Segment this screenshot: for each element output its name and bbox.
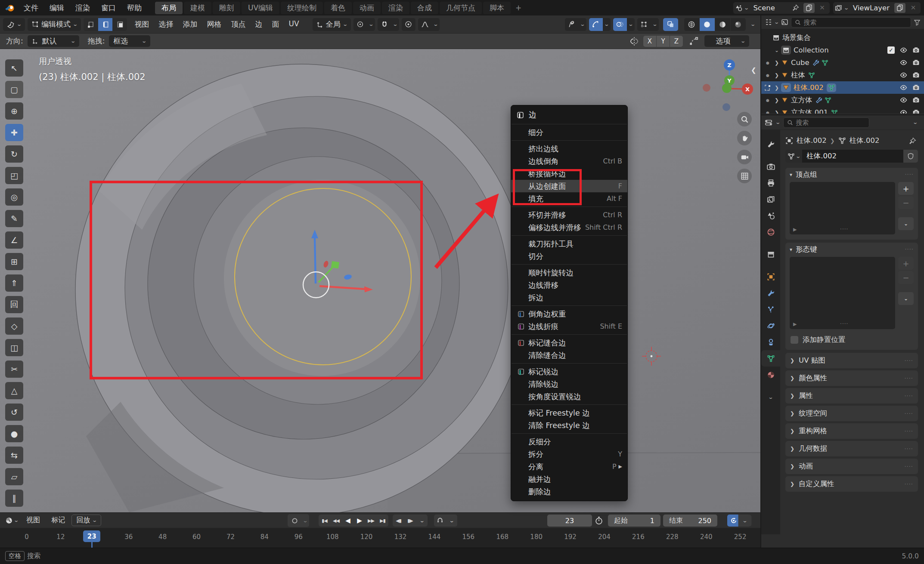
context-menu-item[interactable]: 细分	[511, 126, 627, 139]
mesh-datablock-icon[interactable]: ⌄	[785, 150, 802, 163]
properties-search[interactable]	[783, 117, 869, 128]
scene-icon[interactable]	[735, 4, 742, 12]
properties-tab-tool[interactable]	[761, 136, 780, 152]
viewlayer-name[interactable]: ViewLayer	[850, 4, 892, 12]
mirror-axis-z-button[interactable]: Z	[670, 36, 683, 47]
properties-tab-object[interactable]	[761, 268, 780, 285]
disable-render-icon[interactable]	[912, 96, 920, 104]
properties-tab-physics[interactable]	[761, 317, 780, 334]
context-menu-item[interactable]: 删除边	[511, 485, 627, 498]
vertex-group-specials-button[interactable]: ⌄	[898, 217, 914, 230]
expand-arrow-icon[interactable]: ❯	[772, 72, 781, 78]
breadcrumb-data[interactable]: 柱体.002	[850, 136, 880, 145]
gizmo-x-axis[interactable]: X	[742, 83, 753, 95]
frame-end-field[interactable]: 结束 250	[663, 515, 717, 527]
move-tool-button[interactable]: ✚	[5, 124, 23, 141]
remove-viewlayer-button[interactable]: ✕	[908, 3, 919, 13]
gizmo-x-negative[interactable]	[703, 84, 710, 92]
viewport-menu-item[interactable]: 网格	[202, 18, 226, 31]
panel-grip-icon[interactable]: ····	[904, 410, 913, 417]
workspace-tab[interactable]: 雕刻	[213, 2, 240, 14]
context-menu-item[interactable]: 顺时针旋转边	[511, 266, 627, 279]
collapsed-panel[interactable]: ❯重构网格····	[785, 423, 918, 439]
workspace-tab[interactable]: 合成	[411, 2, 438, 14]
add-workspace-button[interactable]: +	[512, 2, 525, 13]
overlays-toggle[interactable]: ⌄	[613, 18, 635, 31]
expand-triangle-icon[interactable]: ▶	[793, 321, 797, 327]
remove-vertex-group-button[interactable]: −	[898, 196, 914, 209]
face-select-button[interactable]	[113, 18, 127, 31]
pin-icon[interactable]	[790, 3, 801, 13]
panel-grip-icon[interactable]: ····	[904, 446, 913, 452]
timeline-ruler[interactable]: 23 0123648607284961081201321441561681801…	[0, 528, 760, 548]
context-menu-item[interactable]: 偏移边线并滑移Shift Ctrl R	[511, 221, 627, 234]
viewport-menu-item[interactable]: 视图	[130, 18, 154, 31]
gizmo-z-negative[interactable]	[722, 103, 730, 111]
expand-arrow-icon[interactable]: ⌄	[772, 47, 781, 53]
timeline-menu-marker[interactable]: 标记	[47, 514, 70, 527]
previous-keyframe-button[interactable]: ◀◀	[330, 515, 342, 527]
snap-base-icon[interactable]	[689, 37, 698, 46]
vertex-groups-panel-header[interactable]: ▾ 顶点组 ····	[785, 168, 918, 181]
collapsed-panel[interactable]: ❯动画····	[785, 459, 918, 474]
scene-name[interactable]: Scene	[751, 4, 788, 12]
shading-dropdown[interactable]: ⌄	[747, 22, 760, 27]
add-cube-tool-button[interactable]: ⊞	[5, 253, 23, 270]
overlays-icon[interactable]	[613, 18, 627, 31]
outliner-row[interactable]: ●❯立方体.001	[761, 106, 924, 114]
context-menu-item[interactable]: 分离P▶	[511, 460, 627, 473]
collection-checkbox[interactable]: ✓	[887, 46, 895, 54]
editor-type-button[interactable]: ⌄	[3, 18, 25, 31]
disable-render-icon[interactable]	[912, 84, 920, 91]
panel-grip-icon[interactable]: ····	[904, 393, 913, 399]
collapsed-panel[interactable]: ❯属性····	[785, 388, 918, 404]
show-gizmo-dropdown[interactable]: 0 ⌄	[565, 18, 586, 31]
viewport-menu-item[interactable]: UV	[284, 18, 304, 31]
edge-slide-tool-button[interactable]: ⇆	[5, 447, 23, 464]
collapsed-panel[interactable]: ❯几何数据····	[785, 441, 918, 456]
options-dropdown[interactable]: 选项 ⌄	[704, 35, 749, 47]
knife-tool-button[interactable]: ✂	[5, 361, 23, 378]
context-menu-item[interactable]: 环切并滑移Ctrl R	[511, 209, 627, 221]
viewport-menu-item[interactable]: 顶点	[226, 18, 250, 31]
outliner-search-input[interactable]	[803, 18, 907, 26]
drag-dropdown[interactable]: 框选 ⌄	[109, 35, 150, 47]
magnet-icon[interactable]	[378, 18, 391, 31]
properties-options-dropdown[interactable]: ⌄	[908, 120, 923, 125]
gizmo-center[interactable]	[722, 83, 732, 93]
expand-triangle-icon[interactable]: ▶	[793, 227, 797, 232]
context-menu-item[interactable]: 标记缝合边	[511, 336, 627, 349]
smooth-tool-button[interactable]: ●	[5, 425, 23, 442]
play-reverse-button[interactable]: ◀	[342, 515, 353, 527]
stopwatch-icon[interactable]	[595, 515, 603, 527]
workspace-tab[interactable]: UV编辑	[242, 2, 279, 14]
viewlayer-icon[interactable]	[835, 4, 842, 12]
properties-tab-data[interactable]	[761, 350, 780, 367]
expand-arrow-icon[interactable]: ❯	[772, 60, 781, 66]
select-box-tool-button[interactable]: ▢	[5, 81, 23, 98]
pin-icon[interactable]	[909, 137, 916, 145]
shape-keys-list[interactable]: ▶····	[790, 257, 895, 329]
breadcrumb-object[interactable]: 柱体.002	[797, 136, 827, 145]
context-menu-item[interactable]: 标记 Freestyle 边	[511, 407, 627, 419]
context-menu-item[interactable]: 倒角边权重	[511, 308, 627, 320]
resize-grip-icon[interactable]: ····	[840, 321, 848, 327]
mirror-axis-y-button[interactable]: Y	[657, 36, 670, 47]
viewport-menu-item[interactable]: 选择	[154, 18, 178, 31]
context-menu-item[interactable]: 边线折痕Shift E	[511, 320, 627, 333]
properties-tab-modifiers[interactable]	[761, 285, 780, 301]
remove-shape-key-button[interactable]: −	[898, 271, 914, 284]
collapsed-panel[interactable]: ❯颜色属性····	[785, 370, 918, 386]
context-menu-item[interactable]: 挤出边线	[511, 142, 627, 155]
new-scene-button[interactable]	[803, 3, 815, 13]
context-menu-item[interactable]: 反细分	[511, 435, 627, 448]
disable-render-icon[interactable]	[912, 71, 920, 79]
material-preview-button[interactable]	[715, 18, 730, 31]
camera-view-button[interactable]	[737, 150, 752, 164]
spin-tool-button[interactable]: ↺	[5, 404, 23, 421]
wireframe-shading-button[interactable]	[684, 18, 699, 31]
grid-ortho-button[interactable]	[737, 169, 752, 183]
display-mode-icon[interactable]	[781, 18, 788, 26]
mesh-name-field[interactable]: 柱体.002	[802, 150, 903, 163]
bevel-tool-button[interactable]: ◇	[5, 317, 23, 335]
